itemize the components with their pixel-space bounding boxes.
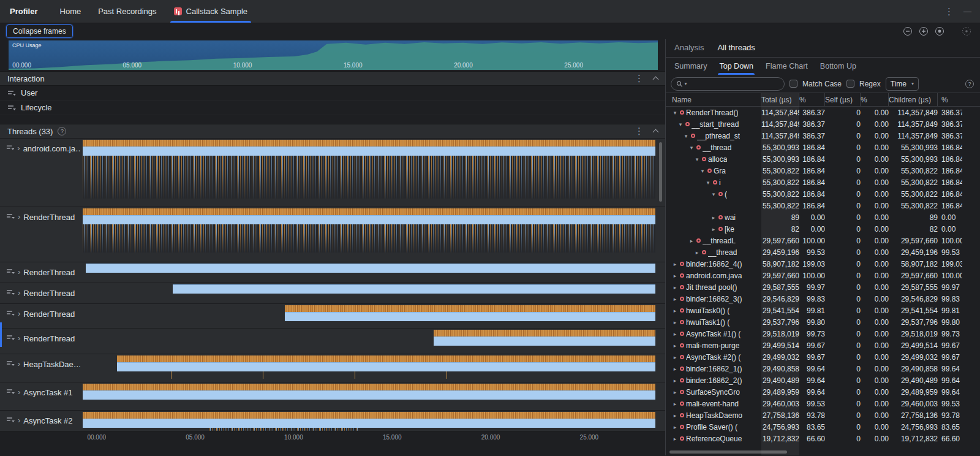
row-expand-icon[interactable]: ▸ bbox=[672, 343, 678, 349]
table-row[interactable]: ▸ HeapTaskDaemo 27,758,136 93.78 0 0.00 … bbox=[669, 409, 980, 421]
table-row[interactable]: ▸ [ke 82 0.00 0 0.00 82 0.00 bbox=[669, 223, 980, 235]
zoom-to-selection-icon[interactable] bbox=[962, 26, 971, 36]
thread-row[interactable]: › AsyncTask #1 bbox=[0, 382, 665, 411]
thread-expand-chevron-icon[interactable]: › bbox=[18, 416, 20, 424]
nav-tab[interactable]: Past Recordings bbox=[89, 0, 165, 23]
match-case-checkbox[interactable] bbox=[790, 80, 797, 88]
zoom-out-icon[interactable] bbox=[903, 26, 913, 36]
row-expand-icon[interactable]: ▾ bbox=[688, 145, 695, 151]
row-expand-icon[interactable]: ▸ bbox=[672, 261, 678, 267]
thread-expand-chevron-icon[interactable]: › bbox=[18, 310, 20, 317]
row-expand-icon[interactable]: ▾ bbox=[699, 168, 706, 174]
row-expand-icon[interactable]: ▸ bbox=[672, 331, 678, 337]
threads-section-header[interactable]: Threads (33) ? ⋮ bbox=[0, 124, 665, 139]
row-expand-icon[interactable]: ▸ bbox=[672, 284, 678, 291]
row-expand-icon[interactable]: ▾ bbox=[694, 156, 700, 162]
table-row[interactable]: ▾ Gra 55,300,822 186.84 0 0.00 55,300,82… bbox=[669, 165, 980, 177]
table-row[interactable]: ▸ SurfaceSyncGro 29,489,959 99.64 0 0.00… bbox=[669, 386, 980, 398]
cpu-usage-chart[interactable]: CPU Usage 00.00005.00010.00015.00020.000… bbox=[9, 40, 658, 70]
column-header-children-pct[interactable]: % bbox=[938, 93, 962, 106]
thread-expand-chevron-icon[interactable]: › bbox=[17, 144, 20, 152]
row-expand-icon[interactable]: ▸ bbox=[672, 354, 678, 360]
filter-help-icon[interactable]: ? bbox=[965, 80, 974, 88]
table-row[interactable]: ▸ hwuiTask1() ( 29,537,796 99.80 0 0.00 … bbox=[669, 316, 980, 328]
minimize-icon[interactable]: — bbox=[963, 7, 971, 16]
table-row[interactable]: ▸ Profile Saver() ( 24,756,993 83.65 0 0… bbox=[669, 421, 980, 433]
thread-label[interactable]: › RenderThread bbox=[0, 283, 83, 303]
row-expand-icon[interactable]: ▾ bbox=[683, 133, 689, 139]
more-options-icon[interactable]: ⋮ bbox=[944, 6, 954, 17]
table-row[interactable]: ▾ RenderThread() 114,357,849 386.37 0 0.… bbox=[669, 107, 980, 118]
table-row[interactable]: ▾ i 55,300,822 186.84 0 0.00 55,300,822 … bbox=[669, 177, 980, 188]
row-expand-icon[interactable]: ▸ bbox=[672, 436, 678, 442]
analysis-subtab[interactable]: Top Down bbox=[719, 58, 753, 75]
thread-expand-chevron-icon[interactable]: › bbox=[18, 334, 20, 342]
table-row[interactable]: ▸ binder:16862_2() 29,490,489 99.64 0 0.… bbox=[669, 374, 980, 386]
thread-row[interactable]: › RenderThread bbox=[0, 283, 665, 304]
row-expand-icon[interactable]: ▸ bbox=[672, 273, 678, 279]
table-horizontal-scrollbar[interactable] bbox=[669, 450, 787, 454]
thread-label[interactable]: › RenderThread bbox=[0, 207, 83, 262]
time-unit-dropdown[interactable]: Time ▾ bbox=[886, 77, 919, 91]
threads-help-icon[interactable]: ? bbox=[58, 127, 66, 135]
nav-tab[interactable]: Callstack Sample bbox=[165, 0, 256, 23]
row-expand-icon[interactable]: ▸ bbox=[694, 249, 700, 256]
row-expand-icon[interactable]: ▾ bbox=[677, 121, 684, 127]
analysis-subtab[interactable]: Summary bbox=[674, 58, 707, 75]
table-row[interactable]: ▾ __thread 55,300,993 186.84 0 0.00 55,3… bbox=[669, 142, 980, 153]
regex-checkbox[interactable] bbox=[846, 80, 854, 88]
thread-expand-chevron-icon[interactable]: › bbox=[18, 388, 20, 396]
interaction-more-icon[interactable]: ⋮ bbox=[635, 73, 644, 84]
collapse-frames-button[interactable]: Collapse frames bbox=[6, 25, 73, 38]
row-expand-icon[interactable]: ▸ bbox=[672, 412, 678, 419]
thread-label[interactable]: › RenderThread bbox=[0, 304, 83, 328]
reset-zoom-icon[interactable] bbox=[935, 26, 944, 36]
table-row[interactable]: ▾ __pthread_st 114,357,849 386.37 0 0.00… bbox=[669, 130, 980, 142]
row-expand-icon[interactable]: ▸ bbox=[672, 296, 678, 302]
table-row[interactable]: ▸ __thread 29,459,196 99.53 0 0.00 29,45… bbox=[669, 246, 980, 258]
column-header-self-pct[interactable]: % bbox=[861, 93, 889, 106]
table-row[interactable]: ▾ ( 55,300,822 186.84 0 0.00 55,300,822 … bbox=[669, 188, 980, 200]
search-box[interactable]: ▾ bbox=[671, 77, 785, 91]
thread-expand-chevron-icon[interactable]: › bbox=[18, 213, 20, 221]
row-expand-icon[interactable]: ▸ bbox=[672, 389, 678, 395]
threads-collapse-icon[interactable] bbox=[653, 129, 659, 135]
row-expand-icon[interactable]: ▸ bbox=[688, 238, 695, 244]
row-expand-icon[interactable]: ▸ bbox=[710, 226, 717, 232]
row-expand-icon[interactable]: ▸ bbox=[672, 366, 678, 372]
table-row[interactable]: ▸ AsyncTask #2() ( 29,499,032 99.67 0 0.… bbox=[669, 351, 980, 363]
thread-label[interactable]: › AsyncTask #1 bbox=[0, 382, 83, 410]
thread-track[interactable] bbox=[83, 207, 655, 262]
thread-row[interactable]: › RenderThread bbox=[0, 262, 665, 283]
column-header-self[interactable]: Self (µs) bbox=[825, 93, 861, 106]
search-history-caret-icon[interactable]: ▾ bbox=[685, 81, 687, 86]
table-row[interactable]: ▸ android.com.java 29,597,660 100.00 0 0… bbox=[669, 270, 980, 281]
thread-label[interactable]: › HeapTaskDae… bbox=[0, 354, 83, 382]
thread-track[interactable] bbox=[83, 382, 655, 410]
column-header-total-pct[interactable]: % bbox=[799, 93, 825, 106]
row-expand-icon[interactable]: ▸ bbox=[672, 308, 678, 314]
table-row[interactable]: ▸ ReferenceQueue 19,712,832 66.60 0 0.00… bbox=[669, 433, 980, 444]
analysis-tab[interactable]: All threads bbox=[717, 43, 755, 57]
thread-label[interactable]: › RenderThread bbox=[0, 262, 83, 283]
interaction-section-header[interactable]: Interaction ⋮ bbox=[0, 71, 665, 86]
interaction-collapse-icon[interactable] bbox=[653, 77, 659, 83]
thread-row[interactable]: › android.com.ja… bbox=[0, 139, 665, 207]
thread-track[interactable] bbox=[83, 354, 655, 382]
thread-expand-chevron-icon[interactable]: › bbox=[18, 268, 20, 276]
analysis-subtab[interactable]: Flame Chart bbox=[766, 58, 808, 75]
zoom-in-icon[interactable] bbox=[919, 26, 929, 36]
thread-track[interactable] bbox=[83, 139, 655, 207]
table-row[interactable]: ▸ __threadL 29,597,660 100.00 0 0.00 29,… bbox=[669, 235, 980, 246]
analysis-subtab[interactable]: Bottom Up bbox=[820, 58, 856, 75]
column-header-name[interactable]: Name bbox=[669, 93, 761, 106]
row-expand-icon[interactable]: ▸ bbox=[672, 378, 678, 384]
table-row[interactable]: ▸ Jit thread pool() 29,587,555 99.97 0 0… bbox=[669, 281, 980, 293]
threads-vertical-scrollbar[interactable] bbox=[659, 142, 662, 202]
table-row[interactable]: ▸ binder:16862_4() 58,907,182 199.03 0 0… bbox=[669, 258, 980, 270]
thread-track[interactable] bbox=[83, 283, 655, 303]
search-input[interactable] bbox=[689, 80, 779, 88]
table-row[interactable]: 55,300,822 186.84 0 0.00 55,300,822 186.… bbox=[669, 200, 980, 211]
table-row[interactable]: ▸ wai 89 0.00 0 0.00 89 0.00 bbox=[669, 211, 980, 223]
row-expand-icon[interactable]: ▾ bbox=[705, 180, 711, 186]
